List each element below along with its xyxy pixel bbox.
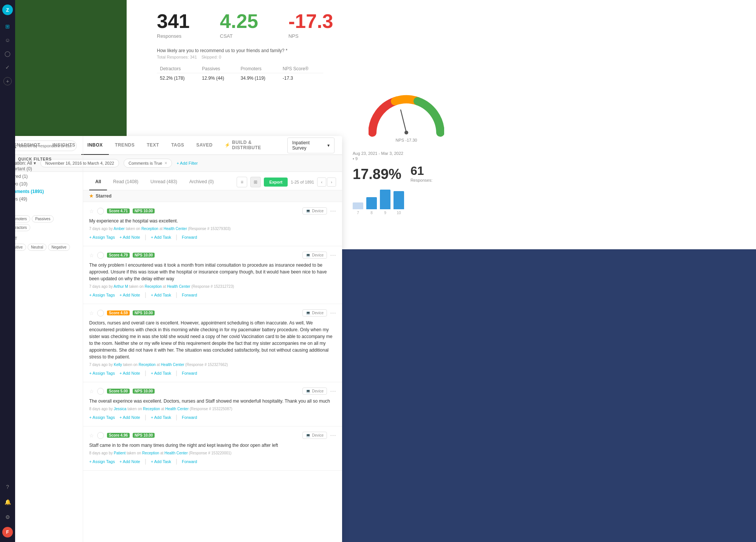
author-link[interactable]: Patient — [114, 451, 125, 455]
assign-tags-button[interactable]: + Assign Tags — [89, 415, 115, 420]
author-link[interactable]: Kelly — [114, 363, 122, 367]
place-link[interactable]: Health Center — [165, 407, 189, 411]
add-task-button[interactable]: + Add Task — [151, 293, 171, 297]
device-button[interactable]: 💻 Device — [302, 388, 327, 395]
add-note-button[interactable]: + Add Note — [119, 293, 140, 297]
device-label: Device — [312, 311, 324, 315]
star-button[interactable]: ☆ — [89, 388, 94, 394]
export-button[interactable]: Export — [264, 178, 288, 187]
nav-icon-settings[interactable]: ⚙ — [2, 512, 13, 522]
star-button[interactable]: ☆ — [89, 310, 94, 316]
author-link[interactable]: Amber — [114, 227, 125, 231]
bar-9: 9 — [380, 190, 390, 215]
add-note-button[interactable]: + Add Note — [119, 415, 140, 420]
next-page-button[interactable]: › — [327, 178, 336, 187]
assign-tags-button[interactable]: + Assign Tags — [89, 235, 115, 239]
assign-tags-button[interactable]: + Assign Tags — [89, 371, 115, 375]
forward-button[interactable]: Forward — [182, 415, 197, 420]
add-task-button[interactable]: + Add Task — [151, 235, 171, 239]
location-link[interactable]: Reception — [145, 284, 162, 289]
separator: | — [145, 458, 146, 465]
nav-icon-users[interactable]: ☺ — [2, 35, 13, 45]
forward-button[interactable]: Forward — [182, 293, 197, 297]
search-input[interactable] — [19, 144, 72, 148]
place-link[interactable]: Health Center — [167, 284, 191, 289]
more-options-button[interactable]: ⋯ — [330, 388, 336, 395]
tab-trends[interactable]: TRENDS — [109, 136, 141, 155]
filter-notes[interactable]: Notes (49) — [6, 195, 77, 203]
place-link[interactable]: Health Center — [164, 227, 187, 231]
add-note-button[interactable]: + Add Note — [119, 459, 140, 464]
filter-comments[interactable]: Comments (1891) — [6, 188, 77, 195]
separator: | — [176, 458, 177, 465]
assign-tags-button[interactable]: + Assign Tags — [89, 293, 115, 297]
device-button[interactable]: 💻 Device — [302, 207, 327, 215]
user-avatar[interactable]: F — [2, 527, 13, 537]
tab-archived[interactable]: Archived (0) — [183, 174, 220, 190]
csat-chip-negative[interactable]: Negative — [48, 244, 70, 251]
csat-chips: Positive Neutral Negative — [6, 244, 77, 251]
filter-todo[interactable]: To-Do (10) — [6, 180, 77, 188]
filter-important[interactable]: Important (0) — [6, 165, 77, 173]
add-task-button[interactable]: + Add Task — [151, 459, 171, 464]
place-link[interactable]: Health Center — [164, 451, 188, 455]
filter-starred[interactable]: Starred (1) — [6, 173, 77, 180]
author-link[interactable]: Jessica — [114, 407, 126, 411]
tab-tags[interactable]: TAGS — [165, 136, 190, 155]
device-button[interactable]: 💻 Device — [302, 309, 327, 317]
comments-filter[interactable]: Comments is True × — [124, 159, 172, 168]
add-note-button[interactable]: + Add Note — [119, 235, 140, 239]
tab-text[interactable]: TEXT — [141, 136, 165, 155]
nav-icon-help[interactable]: ? — [2, 482, 13, 492]
comments-filter-label: Comments is True — [129, 161, 162, 165]
close-icon[interactable]: × — [164, 161, 167, 166]
prev-page-button[interactable]: ‹ — [317, 178, 326, 187]
add-button[interactable]: + — [3, 77, 12, 85]
tab-inbox[interactable]: INBOX — [81, 136, 109, 155]
forward-button[interactable]: Forward — [182, 371, 197, 375]
nav-icon-grid[interactable]: ⊞ — [2, 21, 13, 32]
select-button[interactable] — [97, 208, 104, 215]
more-options-button[interactable]: ⋯ — [330, 252, 336, 259]
survey-selector[interactable]: Inpatient Survey ▾ — [287, 137, 335, 153]
location-link[interactable]: Reception — [142, 451, 159, 455]
grid-view-button[interactable]: ⊞ — [250, 177, 261, 187]
select-button[interactable] — [97, 388, 104, 395]
forward-button[interactable]: Forward — [182, 459, 197, 464]
csat-chip-neutral[interactable]: Neutral — [28, 244, 46, 251]
place-link[interactable]: Health Center — [161, 363, 184, 367]
star-button[interactable]: ☆ — [89, 432, 94, 439]
author-link[interactable]: Arthur M — [114, 284, 128, 289]
location-link[interactable]: Reception — [143, 407, 160, 411]
more-options-button[interactable]: ⋯ — [330, 432, 336, 439]
tab-unread[interactable]: Unread (483) — [144, 174, 183, 190]
add-filter-button[interactable]: + Add Filter — [177, 161, 198, 165]
star-button[interactable]: ☆ — [89, 208, 94, 214]
select-button[interactable] — [97, 310, 104, 317]
search-box[interactable]: 🔍 — [6, 141, 77, 151]
tab-build[interactable]: ⚡ BUILD & DISTRIBUTE — [218, 136, 287, 155]
forward-button[interactable]: Forward — [182, 235, 197, 239]
tab-all[interactable]: All — [89, 174, 107, 190]
device-button[interactable]: 💻 Device — [302, 252, 327, 259]
add-note-button[interactable]: + Add Note — [119, 371, 140, 375]
device-button[interactable]: 💻 Device — [302, 432, 327, 439]
tab-read[interactable]: Read (1408) — [107, 174, 144, 190]
add-task-button[interactable]: + Add Task — [151, 415, 171, 420]
star-button[interactable]: ☆ — [89, 252, 94, 258]
nav-icon-person[interactable]: ◯ — [2, 48, 13, 59]
list-view-button[interactable]: ≡ — [237, 177, 247, 187]
add-task-button[interactable]: + Add Task — [151, 371, 171, 375]
more-options-button[interactable]: ⋯ — [330, 207, 336, 215]
more-options-button[interactable]: ⋯ — [330, 309, 336, 317]
nav-icon-bell[interactable]: 🔔 — [2, 497, 13, 507]
select-button[interactable] — [97, 432, 104, 439]
svg-line-0 — [401, 110, 406, 133]
tab-saved[interactable]: SAVED — [190, 136, 218, 155]
location-link[interactable]: Reception — [139, 363, 156, 367]
select-button[interactable] — [97, 252, 104, 259]
nav-icon-tasks[interactable]: ✓ — [2, 62, 13, 73]
assign-tags-button[interactable]: + Assign Tags — [89, 459, 115, 464]
nps-chip-passives[interactable]: Passives — [32, 215, 54, 222]
location-link[interactable]: Reception — [141, 227, 158, 231]
